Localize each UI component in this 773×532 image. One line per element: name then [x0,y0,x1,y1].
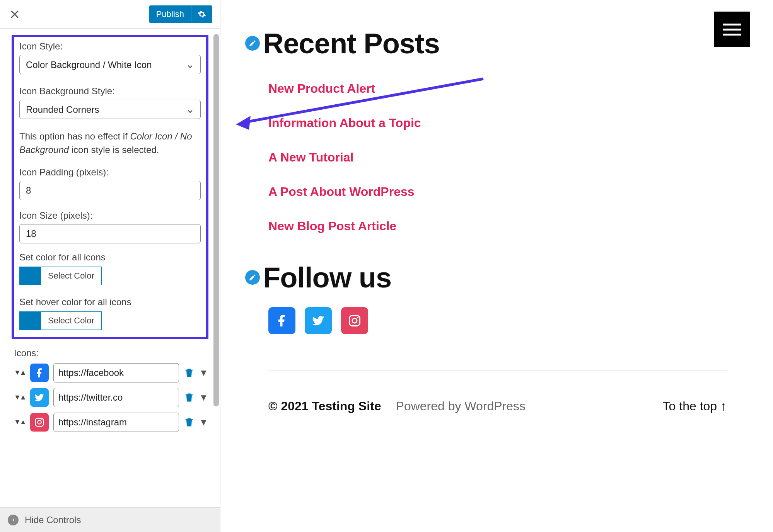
icon-style-label: Icon Style: [19,41,201,52]
expand-twitter-button[interactable]: ▼ [199,392,208,403]
svg-point-4 [352,318,357,323]
close-icon [10,10,19,19]
preview-footer: © 2021 Testing Site Powered by WordPress… [245,371,750,413]
icons-section-label: Icons: [14,348,206,359]
twitter-icon [311,314,325,328]
sidebar-header: Publish [0,0,220,29]
follow-section: Follow us [245,261,750,334]
delete-facebook-button[interactable] [184,367,195,379]
trash-icon [184,367,195,379]
settings-panel: Icon Style: Color Background / White Ico… [0,29,220,507]
post-link[interactable]: A New Tutorial [268,150,750,165]
post-link[interactable]: New Product Alert [268,82,750,96]
expand-facebook-button[interactable]: ▼ [199,367,208,378]
trash-icon [184,416,195,428]
recent-posts-heading: Recent Posts [263,27,440,60]
hide-controls-label[interactable]: Hide Controls [25,515,81,525]
edit-shortcut-recent-posts[interactable] [245,36,260,51]
facebook-icon [30,364,49,382]
sidebar-footer: Hide Controls [0,507,220,532]
set-hover-color-label: Set hover color for all icons [19,297,201,308]
post-link[interactable]: A Post About WordPress [268,185,750,199]
footer-powered-by: Powered by WordPress [396,399,526,413]
icon-bg-style-select[interactable]: Rounded Corners [19,100,201,119]
sort-handle[interactable]: ▼▲ [14,394,26,400]
close-button[interactable] [10,10,19,19]
to-the-top-link[interactable]: To the top ↑ [663,399,727,413]
social-icons-row [268,307,750,334]
facebook-url-input[interactable] [53,363,179,382]
footer-site-name: © 2021 Testing Site [268,399,381,413]
icon-padding-label: Icon Padding (pixels): [19,167,201,178]
icon-padding-input[interactable] [19,181,201,200]
sort-handle[interactable]: ▼▲ [14,370,26,375]
scrollbar-thumb[interactable] [213,34,219,406]
highlighted-settings: Icon Style: Color Background / White Ico… [12,35,208,339]
icon-style-select[interactable]: Color Background / White Icon [19,55,201,74]
delete-twitter-button[interactable] [184,391,195,404]
twitter-icon [30,388,49,407]
sort-handle[interactable]: ▼▲ [14,419,26,425]
customizer-sidebar: Publish Icon Style: Color Background / W… [0,0,220,532]
icon-row-twitter: ▼▲ ▼ [14,388,206,407]
post-link[interactable]: Information About a Topic [268,116,750,130]
edit-shortcut-follow[interactable] [245,270,260,285]
icon-size-label: Icon Size (pixels): [19,210,201,221]
gear-icon [198,10,206,19]
posts-list: New Product Alert Information About a To… [268,82,750,233]
pencil-icon [249,39,256,47]
post-link[interactable]: New Blog Post Article [268,219,750,233]
instagram-url-input[interactable] [53,413,179,432]
publish-button[interactable]: Publish [149,5,191,23]
hamburger-icon [723,20,741,39]
twitter-link[interactable] [305,307,332,334]
instagram-icon [348,314,362,328]
delete-instagram-button[interactable] [184,416,195,428]
instagram-link[interactable] [341,307,368,334]
icon-size-input[interactable] [19,224,201,243]
follow-us-heading: Follow us [263,261,391,294]
site-preview: Recent Posts New Product Alert Informati… [220,0,773,532]
hide-controls-icon[interactable] [8,515,19,525]
twitter-url-input[interactable] [53,388,179,407]
icon-row-instagram: ▼▲ ▼ [14,413,206,432]
svg-point-2 [41,419,43,420]
publish-settings-button[interactable] [191,5,212,23]
hover-color-swatch[interactable] [19,311,41,330]
svg-point-1 [38,420,41,424]
recent-posts-heading-row: Recent Posts [245,27,750,60]
instagram-icon [30,413,49,432]
menu-toggle-button[interactable] [714,12,750,47]
icon-row-facebook: ▼▲ ▼ [14,363,206,382]
svg-point-5 [357,317,358,318]
hover-color-picker: Select Color [19,311,201,330]
select-hover-color-button[interactable]: Select Color [41,311,102,330]
facebook-icon [275,314,289,328]
facebook-link[interactable] [268,307,295,334]
helper-text: This option has no effect if Color Icon … [19,130,201,157]
trash-icon [184,391,195,404]
set-color-label: Set color for all icons [19,252,201,263]
expand-instagram-button[interactable]: ▼ [199,417,208,428]
icon-bg-style-label: Icon Background Style: [19,86,201,97]
select-color-button[interactable]: Select Color [41,267,102,285]
publish-group: Publish [149,5,212,23]
color-picker: Select Color [19,267,201,285]
color-swatch[interactable] [19,267,41,285]
pencil-icon [249,274,256,281]
